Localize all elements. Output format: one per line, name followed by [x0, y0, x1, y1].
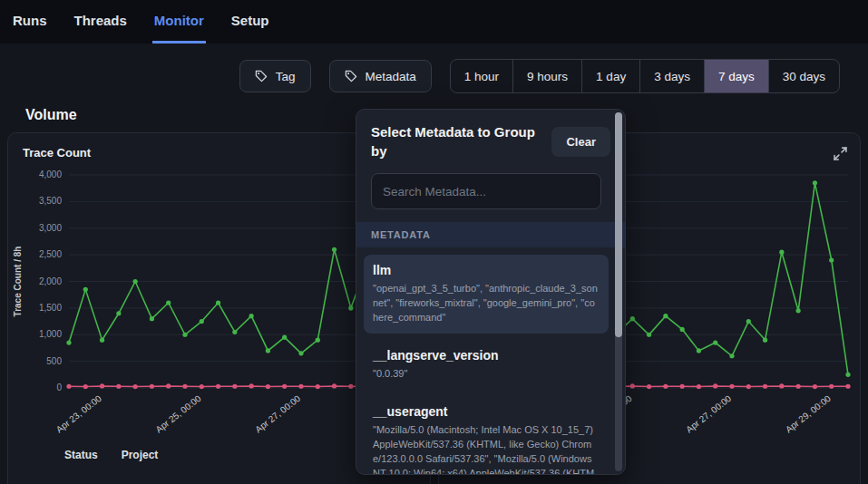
- metadata-button-label: Metadata: [366, 70, 416, 83]
- time-range-control: 1 hour 9 hours 1 day 3 days 7 days 30 da…: [450, 59, 840, 93]
- svg-text:1,500: 1,500: [39, 303, 62, 313]
- svg-text:3,500: 3,500: [39, 196, 62, 206]
- tag-icon: [255, 70, 268, 82]
- nav-runs[interactable]: Runs: [11, 0, 49, 44]
- status-column-label: Status: [64, 449, 98, 461]
- popover-scrollbar[interactable]: [615, 112, 622, 471]
- expand-icon[interactable]: [834, 147, 847, 160]
- search-metadata-input[interactable]: [371, 173, 601, 209]
- metadata-item-title: __useragent: [373, 404, 600, 419]
- project-column-label: Project: [122, 449, 159, 461]
- range-3-days[interactable]: 3 days: [639, 60, 704, 92]
- svg-text:Apr 29, 00:00: Apr 29, 00:00: [783, 393, 832, 435]
- panel-title: Trace Count: [23, 146, 91, 160]
- range-1-hour[interactable]: 1 hour: [451, 60, 512, 92]
- nav-threads[interactable]: Threads: [73, 0, 129, 44]
- scrollbar-thumb[interactable]: [615, 112, 622, 337]
- metadata-item-values: "0.0.39": [373, 367, 600, 382]
- range-7-days[interactable]: 7 days: [704, 60, 768, 92]
- range-9-hours[interactable]: 9 hours: [512, 60, 581, 92]
- metadata-item-values: "Mozilla/5.0 (Macintosh; Intel Mac OS X …: [373, 423, 600, 475]
- metadata-item-useragent[interactable]: __useragent "Mozilla/5.0 (Macintosh; Int…: [364, 396, 609, 475]
- metadata-group-popover: Select Metadata to Group by Clear METADA…: [356, 109, 626, 475]
- svg-text:Apr 23, 00:00: Apr 23, 00:00: [54, 393, 103, 435]
- tag-icon: [345, 70, 357, 82]
- svg-text:1,000: 1,000: [39, 329, 62, 339]
- metadata-item-llm[interactable]: llm "openai_gpt_3_5_turbo", "anthropic_c…: [364, 255, 609, 334]
- metadata-item-langserve-version[interactable]: __langserve_version "0.0.39": [364, 340, 609, 390]
- svg-text:500: 500: [46, 356, 62, 366]
- svg-text:Apr 27, 00:00: Apr 27, 00:00: [253, 393, 302, 435]
- svg-text:Apr 25, 00:00: Apr 25, 00:00: [153, 393, 202, 435]
- nav-monitor[interactable]: Monitor: [152, 0, 206, 44]
- clear-button[interactable]: Clear: [551, 127, 610, 157]
- range-30-days[interactable]: 30 days: [768, 60, 839, 92]
- svg-text:Trace Count / 8h: Trace Count / 8h: [13, 247, 23, 317]
- range-1-day[interactable]: 1 day: [581, 60, 639, 92]
- tag-button-label: Tag: [276, 70, 296, 83]
- popover-title: Select Metadata to Group by: [371, 122, 539, 160]
- nav-setup[interactable]: Setup: [229, 0, 271, 44]
- svg-text:2,000: 2,000: [39, 276, 62, 286]
- toolbar: Tag Metadata 1 hour 9 hours 1 day 3 days…: [0, 59, 840, 93]
- top-nav: Runs Threads Monitor Setup: [0, 0, 868, 44]
- svg-text:4,000: 4,000: [39, 169, 62, 179]
- metadata-item-values: "openai_gpt_3_5_turbo", "anthropic_claud…: [373, 282, 600, 325]
- metadata-item-title: llm: [373, 263, 600, 277]
- svg-text:3,000: 3,000: [39, 223, 62, 233]
- metadata-list: llm "openai_gpt_3_5_turbo", "anthropic_c…: [356, 247, 625, 475]
- metadata-filter-button[interactable]: Metadata: [329, 60, 432, 92]
- metadata-section-header: METADATA: [356, 222, 625, 247]
- metadata-item-title: __langserve_version: [373, 348, 600, 363]
- svg-text:Apr 27, 00:00: Apr 27, 00:00: [684, 393, 733, 435]
- tag-filter-button[interactable]: Tag: [239, 60, 311, 92]
- popover-header: Select Metadata to Group by Clear: [356, 110, 625, 164]
- svg-text:0: 0: [56, 382, 62, 392]
- svg-text:2,500: 2,500: [39, 249, 62, 259]
